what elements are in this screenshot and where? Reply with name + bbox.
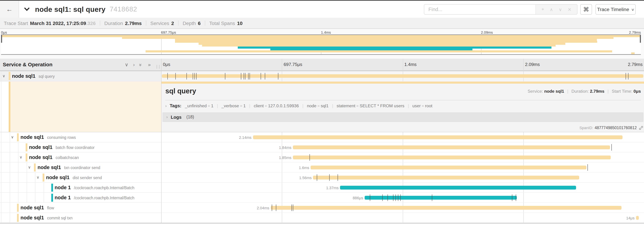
find-input[interactable] [424,5,536,14]
minimap-span-bar [202,45,556,47]
expand-chevron-icon[interactable]: ∨ [20,155,22,159]
detail-row-accent [10,81,161,132]
expand-all-icon[interactable]: » [148,62,151,67]
expand-one-icon[interactable]: › [133,62,135,67]
prev-match-icon[interactable]: ∧ [550,7,553,12]
span-tree-row[interactable]: node sql1commit sql txn [0,213,161,223]
span-timeline-row[interactable]: 1.84ms [161,142,644,152]
log-marker-tick [248,73,248,79]
axis-label: 697.75μs [284,62,302,67]
keyboard-shortcuts-button[interactable]: ⌘ [580,4,592,15]
indent-guide [35,172,36,182]
page-title: node sql1: sql query [35,5,106,13]
back-arrow-icon: ← [6,6,13,13]
span-timeline-row[interactable]: 14μs [161,213,644,223]
tag-item: _verbose = 1 [222,103,246,108]
indent-guide [1,142,2,152]
collapse-one-icon[interactable]: ∨ [125,62,128,67]
trace-info-bar: Trace Start March 31 2022, 17:25:09.326 … [0,18,644,29]
span-row-text: node sql1sql query [12,73,55,79]
log-marker-tick [388,194,388,201]
span-duration-bar[interactable] [636,216,639,220]
indent-guide [35,183,36,192]
minimap-axis-label: 0μs [1,30,7,34]
span-duration-label: 1.85ms [267,155,292,160]
log-marker-tick [512,194,512,201]
tag-item: statement = SELECT * FROM users [336,103,404,108]
span-duration-bar[interactable] [313,176,579,179]
span-duration-bar[interactable] [340,186,576,189]
span-timeline-row[interactable]: 1.37ms [161,183,644,193]
column-divider[interactable] [161,59,161,223]
tag-item: _unfinished = 1 [185,103,214,108]
expand-chevron-icon[interactable]: ∨ [28,165,31,170]
expand-chevron-icon[interactable]: ∨ [11,135,14,139]
span-color-strip [17,133,19,141]
span-timeline-row[interactable] [161,71,644,81]
span-timeline-row[interactable]: 2.04ms [161,203,644,213]
span-color-strip [26,143,27,151]
span-tree-row[interactable]: node 1/cockroach.roachpb.Internal/Batch [0,193,161,203]
span-duration-bar[interactable] [293,145,610,149]
span-operation-name: colbatchscan [56,155,79,160]
copy-link-icon[interactable] [639,125,643,130]
span-tree-row[interactable]: node sql1batch flow coordinator [0,142,161,152]
viewport-right-handle[interactable] [640,35,641,43]
log-marker-tick [196,73,196,79]
indent-guide [1,183,2,192]
total-spans-label: Total Spans [209,20,235,26]
log-marker-tick [588,164,588,171]
span-timeline-row[interactable]: 1.56ms [161,172,644,183]
minimap-canvas[interactable] [1,34,641,55]
logs-count: (18) [186,115,194,120]
minimap-span-bar [199,43,566,45]
indent-guide [10,193,10,202]
indent-guide [10,132,10,142]
log-marker-tick [225,73,225,79]
span-timeline-row[interactable]: 2.14ms [161,132,644,142]
logs-row[interactable]: › Logs (18) [162,112,643,122]
span-timeline-row[interactable]: 1.6ms [161,162,644,172]
collapse-chevron-icon[interactable] [24,6,30,11]
span-duration-bar[interactable] [310,166,586,169]
span-duration-bar[interactable] [365,196,517,200]
span-color-strip [51,183,53,191]
span-tree-row[interactable]: ∨node sql1consuming rows [0,132,161,142]
span-timeline-row[interactable]: 886μs [161,193,644,203]
minimap-axis-label: 2.79ms [629,30,641,34]
clear-find-icon[interactable]: ✕ [568,7,572,12]
chevron-right-icon: › [166,115,168,119]
span-tree-row[interactable]: ∨node sql1txn coordinator send [0,162,161,172]
locate-icon[interactable]: ⌖ [542,7,544,12]
column-resizer-grip[interactable] [157,65,160,69]
span-color-strip [26,153,27,161]
back-button[interactable]: ← [0,1,19,18]
log-marker-tick [395,194,396,201]
span-duration-bar[interactable] [271,206,622,210]
span-tree-row[interactable]: ∨node sql1sql query [0,71,161,81]
tags-row[interactable]: ›Tags:_unfinished = 1|_verbose = 1|clien… [165,103,432,108]
command-icon: ⌘ [583,6,589,13]
view-selector-button[interactable]: Trace Timeline ∨ [596,4,636,15]
span-tree-row[interactable]: ∨node sql1colbatchscan [0,152,161,162]
span-operation-name: /cockroach.roachpb.Internal/Batch [74,196,134,200]
span-duration-label: 2.04ms [245,206,269,210]
viewport-left-handle[interactable] [1,35,2,43]
span-tree-row[interactable]: ∨node sql1dist sender send [0,172,161,183]
collapse-all-icon[interactable]: » [140,62,142,67]
log-marker-tick [628,73,628,79]
next-match-icon[interactable]: ∨ [559,7,562,12]
span-duration-bar[interactable] [253,135,623,139]
expand-chevron-icon[interactable]: ∨ [36,175,39,180]
span-duration-bar[interactable] [162,74,643,78]
expand-chevron-icon[interactable]: ∨ [2,74,5,78]
span-tree-row[interactable]: node 1/cockroach.roachpb.Internal/Batch [0,183,161,193]
span-tree-row[interactable]: node sql1flow [0,203,161,213]
span-operation-name: sql query [38,74,54,78]
span-duration-bar[interactable] [293,155,610,159]
log-marker-tick [194,73,195,79]
indent-guide [44,183,44,192]
span-service-name: node sql1 [12,73,35,79]
span-timeline-row[interactable]: 1.85ms [161,152,644,162]
indent-guide [18,193,18,202]
